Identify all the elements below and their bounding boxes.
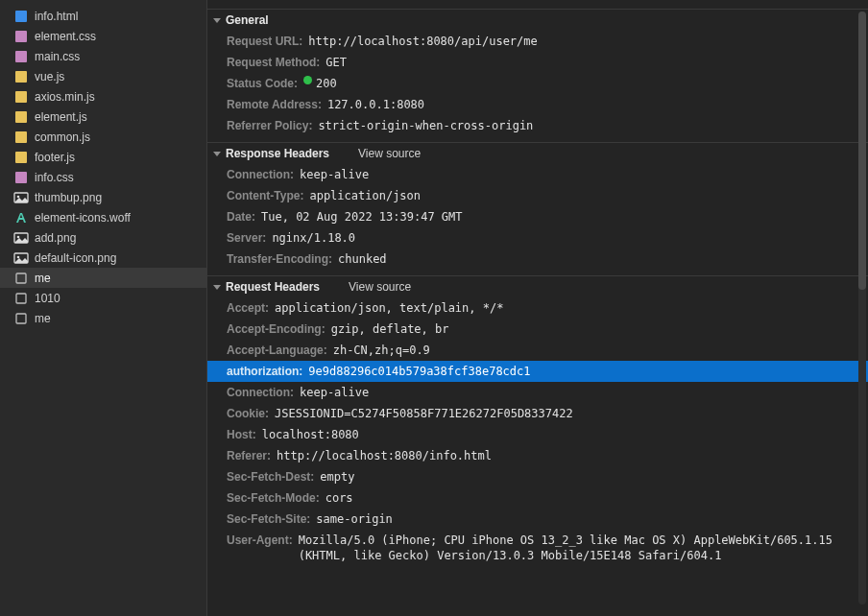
vertical-scrollbar[interactable] bbox=[858, 12, 866, 604]
header-row[interactable]: Sec-Fetch-Mode:cors bbox=[207, 487, 868, 509]
image-icon bbox=[13, 190, 29, 205]
css-icon bbox=[13, 49, 29, 64]
file-item[interactable]: element.css bbox=[0, 26, 206, 46]
header-value: 9e9d88296c014b579a38fcf38e78cdc1 bbox=[308, 364, 530, 379]
file-item[interactable]: main.css bbox=[0, 46, 206, 66]
header-row[interactable]: Content-Type:application/json bbox=[207, 185, 868, 206]
svg-rect-8 bbox=[15, 172, 27, 183]
file-item[interactable]: add.png bbox=[0, 227, 206, 248]
section-title: Request Headers bbox=[226, 280, 320, 294]
file-item[interactable]: axios.min.js bbox=[0, 86, 206, 107]
header-value: 200 bbox=[316, 76, 337, 91]
file-name: default-icon.png bbox=[35, 251, 116, 265]
xhr-icon bbox=[13, 311, 29, 326]
header-value: cors bbox=[326, 490, 353, 506]
header-value: keep-alive bbox=[300, 167, 369, 182]
file-item[interactable]: me bbox=[0, 268, 206, 288]
section-title: General bbox=[226, 13, 269, 27]
file-item[interactable]: common.js bbox=[0, 127, 206, 147]
header-value: GET bbox=[326, 55, 347, 70]
file-item[interactable]: thumbup.png bbox=[0, 187, 206, 207]
css-icon bbox=[13, 170, 29, 185]
file-item[interactable]: footer.js bbox=[0, 147, 206, 167]
file-item[interactable]: me bbox=[0, 308, 206, 328]
header-row[interactable]: Host:localhost:8080 bbox=[207, 424, 868, 445]
header-key: Remote Address: bbox=[227, 97, 322, 112]
file-item[interactable]: element-icons.woff bbox=[0, 207, 206, 227]
header-value: keep-alive bbox=[300, 385, 369, 400]
header-key: Server: bbox=[227, 230, 266, 246]
header-value: same-origin bbox=[316, 511, 392, 527]
header-row[interactable]: Accept:application/json, text/plain, */* bbox=[207, 297, 868, 319]
svg-rect-17 bbox=[16, 314, 26, 323]
request-details-panel: General Request URL:http://localhost:808… bbox=[207, 0, 868, 572]
file-item[interactable]: info.css bbox=[0, 167, 206, 187]
header-value: application/json bbox=[309, 188, 421, 203]
js-icon bbox=[13, 150, 29, 165]
file-name: footer.js bbox=[35, 151, 75, 164]
js-icon bbox=[13, 69, 29, 84]
file-name: main.css bbox=[35, 50, 80, 63]
network-file-list: info.htmlelement.cssmain.cssvue.jsaxios.… bbox=[0, 0, 207, 616]
file-item[interactable]: default-icon.png bbox=[0, 248, 206, 268]
header-key: Sec-Fetch-Site: bbox=[227, 511, 310, 527]
section-general: General Request URL:http://localhost:808… bbox=[207, 10, 868, 143]
view-source-link[interactable]: View source bbox=[358, 147, 421, 160]
header-row[interactable]: Sec-Fetch-Site:same-origin bbox=[207, 509, 868, 530]
header-row[interactable]: Request Method:GET bbox=[207, 52, 868, 73]
header-key: authorization: bbox=[227, 364, 302, 379]
header-row[interactable]: Transfer-Encoding:chunked bbox=[207, 249, 868, 270]
header-key: Host: bbox=[227, 427, 256, 442]
header-row[interactable]: authorization:9e9d88296c014b579a38fcf38e… bbox=[207, 361, 868, 382]
svg-rect-2 bbox=[15, 51, 27, 62]
file-item[interactable]: vue.js bbox=[0, 66, 206, 86]
svg-rect-6 bbox=[15, 131, 27, 143]
file-name: 1010 bbox=[35, 292, 60, 305]
header-row[interactable]: Remote Address:127.0.0.1:8080 bbox=[207, 94, 868, 115]
file-name: add.png bbox=[35, 231, 76, 245]
js-icon bbox=[13, 89, 29, 105]
header-row[interactable]: Referer:http://localhost:8080/info.html bbox=[207, 445, 868, 466]
status-dot-icon bbox=[303, 76, 312, 84]
header-key: Accept-Encoding: bbox=[227, 321, 326, 337]
header-row[interactable]: Status Code:200 bbox=[207, 73, 868, 94]
header-value: 127.0.0.1:8080 bbox=[327, 97, 424, 112]
header-key: Cookie: bbox=[227, 406, 269, 421]
disclosure-general[interactable]: General bbox=[213, 13, 269, 27]
header-row[interactable]: Sec-Fetch-Dest:empty bbox=[207, 466, 868, 487]
svg-rect-3 bbox=[15, 71, 27, 83]
header-row[interactable]: Request URL:http://localhost:8080/api/us… bbox=[207, 31, 868, 52]
header-value: empty bbox=[320, 469, 354, 485]
scroll-thumb[interactable] bbox=[858, 12, 866, 290]
file-name: vue.js bbox=[35, 70, 64, 83]
header-row[interactable]: Date:Tue, 02 Aug 2022 13:39:47 GMT bbox=[207, 206, 868, 227]
header-row[interactable]: Referrer Policy:strict-origin-when-cross… bbox=[207, 115, 868, 136]
disclosure-request-headers[interactable]: Request Headers bbox=[213, 280, 320, 294]
header-row[interactable]: Server:nginx/1.18.0 bbox=[207, 227, 868, 249]
file-item[interactable]: element.js bbox=[0, 107, 206, 127]
header-key: Referrer Policy: bbox=[227, 118, 312, 133]
image-icon bbox=[13, 250, 29, 266]
file-name: info.css bbox=[35, 171, 74, 184]
header-key: Transfer-Encoding: bbox=[227, 251, 332, 267]
header-value: http://localhost:8080/api/user/me bbox=[308, 34, 537, 49]
header-row[interactable]: User-Agent:Mozilla/5.0 (iPhone; CPU iPho… bbox=[207, 530, 868, 566]
header-row[interactable]: Cookie:JSESSIONID=C5274F50858F771E26272F… bbox=[207, 403, 868, 424]
svg-point-14 bbox=[17, 255, 20, 258]
header-row[interactable]: Connection:keep-alive bbox=[207, 164, 868, 185]
chevron-down-icon bbox=[213, 285, 221, 290]
header-value: Mozilla/5.0 (iPhone; CPU iPhone OS 13_2_… bbox=[299, 533, 868, 563]
header-row[interactable]: Accept-Encoding:gzip, deflate, br bbox=[207, 319, 868, 340]
section-request-headers: Request Headers View source Accept:appli… bbox=[207, 276, 868, 572]
svg-rect-15 bbox=[16, 273, 26, 283]
header-row[interactable]: Accept-Language:zh-CN,zh;q=0.9 bbox=[207, 340, 868, 361]
file-item[interactable]: 1010 bbox=[0, 288, 206, 308]
disclosure-response-headers[interactable]: Response Headers bbox=[213, 147, 329, 160]
file-name: element.js bbox=[35, 110, 87, 124]
header-value: gzip, deflate, br bbox=[331, 321, 449, 337]
header-row[interactable]: Connection:keep-alive bbox=[207, 382, 868, 403]
svg-rect-16 bbox=[16, 294, 26, 303]
panel-top-strip bbox=[207, 0, 868, 10]
view-source-link[interactable]: View source bbox=[349, 280, 411, 294]
file-item[interactable]: info.html bbox=[0, 6, 206, 26]
